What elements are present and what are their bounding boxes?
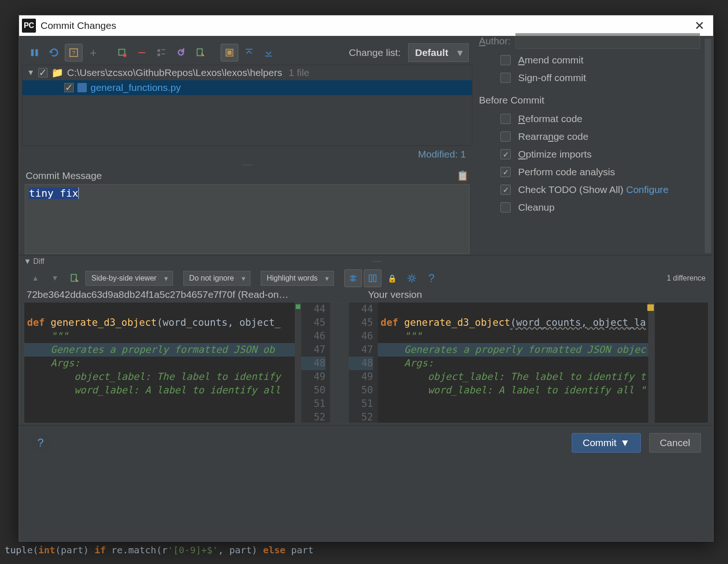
- right-gutter: 444546474849505152: [349, 303, 378, 423]
- edit-source-icon[interactable]: [192, 44, 209, 62]
- tree-root-row[interactable]: ▼ ✓ 📁 C:\Users\zcsxo\GithubRepos\Lexos\l…: [22, 65, 472, 80]
- diff-help-icon[interactable]: ?: [423, 269, 440, 287]
- change-list-dropdown[interactable]: Default: [408, 43, 469, 62]
- optimize-checkbox[interactable]: Optimize imports: [500, 149, 700, 160]
- collapse-all-icon[interactable]: [221, 44, 238, 62]
- sync-scroll-icon[interactable]: [364, 269, 381, 287]
- bg-code: tuple(: [5, 544, 38, 556]
- tree-file-row[interactable]: ✓ general_functions.py: [22, 80, 472, 95]
- modified-count: Modified: 1: [22, 146, 472, 162]
- left-gutter: 444546474849505152: [301, 303, 330, 423]
- svg-point-5: [123, 54, 126, 57]
- diff-section: ▼ Diff ┄┄┄ ▲ ▼ Side-by-side viewer Do no…: [19, 255, 713, 541]
- highlight-mode-dropdown[interactable]: Highlight words: [261, 271, 334, 286]
- signoff-checkbox[interactable]: Sign-off commit: [500, 72, 700, 83]
- left-mini-marker: [295, 303, 301, 423]
- window-title: Commit Changes: [41, 20, 691, 31]
- change-list-label: Change list:: [349, 47, 401, 58]
- ignore-mode-dropdown[interactable]: Do not ignore: [183, 271, 250, 286]
- root-checkbox[interactable]: ✓: [38, 68, 48, 77]
- group-icon[interactable]: [153, 44, 170, 62]
- pane-grip[interactable]: ┄┄┄: [22, 162, 472, 168]
- root-count: 1 file: [289, 67, 309, 78]
- commit-message-input[interactable]: tiny fix: [25, 184, 470, 254]
- commit-message-text: tiny fix: [29, 187, 78, 199]
- revert-icon[interactable]: [172, 44, 190, 62]
- svg-rect-0: [31, 49, 34, 56]
- expand-up-icon[interactable]: [240, 44, 258, 62]
- svg-rect-15: [71, 275, 76, 282]
- left-revision-title: 72be3642ddac63d9a8db24f1a5c27b4657e7f70f…: [27, 289, 346, 300]
- diff-toolbar: ▲ ▼ Side-by-side viewer Do not ignore Hi…: [19, 268, 713, 289]
- commit-message-label: Commit Message: [26, 170, 102, 181]
- analysis-checkbox[interactable]: Perform code analysis: [500, 166, 700, 178]
- tree-expand-icon[interactable]: ▼: [27, 69, 35, 77]
- expand-down-icon[interactable]: [260, 44, 277, 62]
- cleanup-checkbox[interactable]: Cleanup: [500, 202, 700, 213]
- file-name: general_functions.py: [90, 82, 181, 93]
- svg-point-18: [410, 276, 413, 280]
- viewer-mode-dropdown[interactable]: Side-by-side viewer: [85, 271, 173, 286]
- show-diff-icon[interactable]: [26, 44, 43, 62]
- dialog-footer: ? Commit ▼ Cancel: [19, 425, 713, 460]
- rollback-icon[interactable]: [113, 44, 131, 62]
- right-revision-title: Your version: [368, 289, 422, 300]
- root-path: C:\Users\zcsxo\GithubRepos\Lexos\lexos\h…: [67, 67, 282, 78]
- svg-text:?: ?: [72, 49, 75, 56]
- diff-viewer[interactable]: def generate_d3_object(word_counts, obje…: [24, 302, 708, 423]
- help-unknown-icon[interactable]: ?: [65, 44, 83, 62]
- svg-rect-9: [161, 54, 165, 55]
- diff-collapse-toggle[interactable]: ▼ Diff: [24, 257, 44, 266]
- svg-rect-16: [369, 275, 372, 282]
- next-diff-icon[interactable]: ▼: [46, 269, 64, 287]
- svg-rect-1: [35, 49, 38, 56]
- before-commit-header: Before Commit: [479, 95, 700, 106]
- todo-checkbox[interactable]: Check TODO (Show All) Configure: [500, 184, 700, 195]
- author-input[interactable]: [515, 33, 700, 49]
- rearrange-checkbox[interactable]: Rearrange code: [500, 131, 700, 142]
- app-icon: PC: [22, 19, 36, 33]
- add-icon[interactable]: +: [84, 44, 102, 62]
- delete-icon[interactable]: −: [133, 44, 151, 62]
- left-code-pane[interactable]: def generate_d3_object(word_counts, obje…: [24, 303, 301, 423]
- edit-file-icon[interactable]: [66, 269, 83, 287]
- diff-count: 1 difference: [667, 274, 706, 282]
- options-pane: AAuthor:uthor: Amend commit Sign-off com…: [475, 36, 713, 255]
- svg-rect-10: [197, 49, 202, 56]
- configure-link[interactable]: Configure: [626, 184, 668, 195]
- svg-rect-6: [158, 49, 160, 52]
- file-checkbox[interactable]: ✓: [64, 83, 74, 92]
- right-mini-marker: [648, 303, 655, 423]
- reformat-checkbox[interactable]: Reformat code: [500, 113, 700, 124]
- lock-icon[interactable]: 🔒: [383, 269, 401, 287]
- svg-rect-8: [161, 49, 165, 50]
- history-icon[interactable]: 📋: [457, 170, 469, 181]
- file-tree[interactable]: ▼ ✓ 📁 C:\Users\zcsxo\GithubRepos\Lexos\l…: [22, 65, 472, 146]
- changes-toolbar: ? + − Change list: Default: [22, 41, 472, 65]
- cancel-button[interactable]: Cancel: [649, 433, 701, 453]
- help-button[interactable]: ?: [31, 433, 50, 452]
- commit-button[interactable]: Commit ▼: [572, 433, 640, 453]
- commit-dialog: PC Commit Changes ✕ ? + −: [19, 15, 714, 542]
- refresh-icon[interactable]: [45, 44, 63, 62]
- amend-checkbox[interactable]: Amend commit: [500, 55, 700, 66]
- diff-grip[interactable]: ┄┄┄: [44, 258, 708, 265]
- settings-gear-icon[interactable]: [403, 269, 421, 287]
- collapse-unchanged-icon[interactable]: [344, 269, 362, 287]
- svg-rect-12: [227, 50, 231, 55]
- author-label: AAuthor:uthor:: [479, 35, 511, 47]
- python-file-icon: [77, 83, 87, 92]
- changes-pane: ? + − Change list: Default: [19, 36, 475, 255]
- svg-rect-17: [374, 275, 376, 282]
- close-button[interactable]: ✕: [691, 18, 708, 34]
- svg-rect-7: [158, 54, 160, 56]
- right-code-pane[interactable]: def generate_d3_object(word_counts, obje…: [378, 303, 655, 423]
- prev-diff-icon[interactable]: ▲: [27, 269, 44, 287]
- folder-icon: 📁: [51, 67, 63, 78]
- right-scrollbar[interactable]: [705, 39, 711, 253]
